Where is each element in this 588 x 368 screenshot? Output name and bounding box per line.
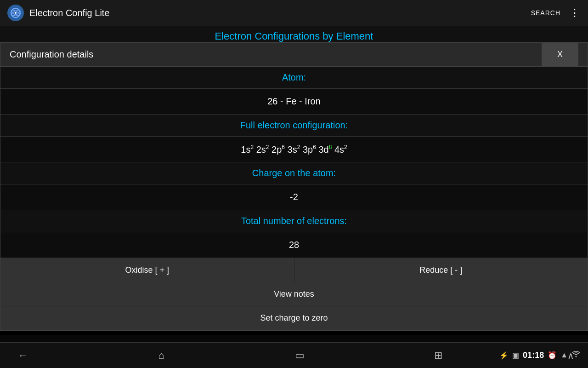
app-bar: Electron Config Lite SEARCH ⋮ — [0, 0, 588, 26]
back-button[interactable]: ← — [14, 346, 32, 365]
reduce-button[interactable]: Reduce [ - ] — [294, 258, 588, 282]
modal-title: Configuration details — [10, 49, 542, 60]
total-electrons-value: 28 — [289, 240, 299, 250]
app-title: Electron Config Lite — [29, 8, 531, 18]
oxidise-reduce-row: Oxidise [ + ] Reduce [ - ] — [0, 258, 588, 282]
total-electrons-label-row: Total number of electrons: — [0, 210, 588, 232]
full-config-value: 1s2 2s2 2p6 3s2 3p6 3d8 4s2 — [241, 144, 347, 155]
signal-icon: ▲ — [560, 351, 568, 359]
charge-label: Charge on the atom: — [252, 168, 336, 178]
menu-button[interactable]: ⊞ — [429, 346, 447, 365]
atom-value-row: 26 - Fe - Iron — [0, 89, 588, 115]
set-charge-zero-button[interactable]: Set charge to zero — [0, 306, 588, 330]
image-icon: ▣ — [512, 351, 519, 360]
charge-value-row: -2 — [0, 184, 588, 210]
search-button[interactable]: SEARCH — [531, 9, 560, 17]
atom-value: 26 - Fe - Iron — [267, 96, 321, 107]
alarm-icon: ⏰ — [548, 351, 557, 360]
more-options-button[interactable]: ⋮ — [570, 7, 581, 19]
modal-close-button[interactable]: X — [542, 43, 578, 67]
full-config-label: Full electron configuration: — [240, 120, 348, 131]
atom-label: Atom: — [282, 72, 306, 83]
config-modal: Configuration details X Atom: 26 - Fe - … — [0, 42, 588, 331]
app-logo-icon — [10, 7, 21, 18]
status-bar: ⚡ ▣ 01:18 ⏰ ▲ — [499, 342, 588, 368]
total-electrons-value-row: 28 — [0, 232, 588, 258]
app-logo — [7, 5, 24, 21]
home-button[interactable]: ⌂ — [152, 346, 170, 365]
total-electrons-label: Total number of electrons: — [241, 216, 347, 226]
full-config-label-row: Full electron configuration: — [0, 115, 588, 137]
view-notes-button[interactable]: View notes — [0, 282, 588, 306]
clock: 01:18 — [523, 351, 544, 360]
wifi-icon — [571, 351, 581, 360]
oxidise-button[interactable]: Oxidise [ + ] — [0, 258, 294, 282]
recent-apps-button[interactable]: ▭ — [291, 346, 309, 365]
navigation-bar: ← ⌂ ▭ ⊞ ∧ ⚡ ▣ 01:18 ⏰ ▲ — [0, 342, 588, 368]
svg-point-4 — [576, 356, 577, 357]
atom-label-row: Atom: — [0, 67, 588, 89]
charge-value: -2 — [290, 192, 298, 202]
charge-label-row: Charge on the atom: — [0, 162, 588, 184]
full-config-value-row: 1s2 2s2 2p6 3s2 3p6 3d8 4s2 — [0, 137, 588, 162]
modal-header: Configuration details X — [0, 43, 588, 67]
svg-point-3 — [15, 12, 17, 14]
usb-icon: ⚡ — [499, 351, 509, 360]
